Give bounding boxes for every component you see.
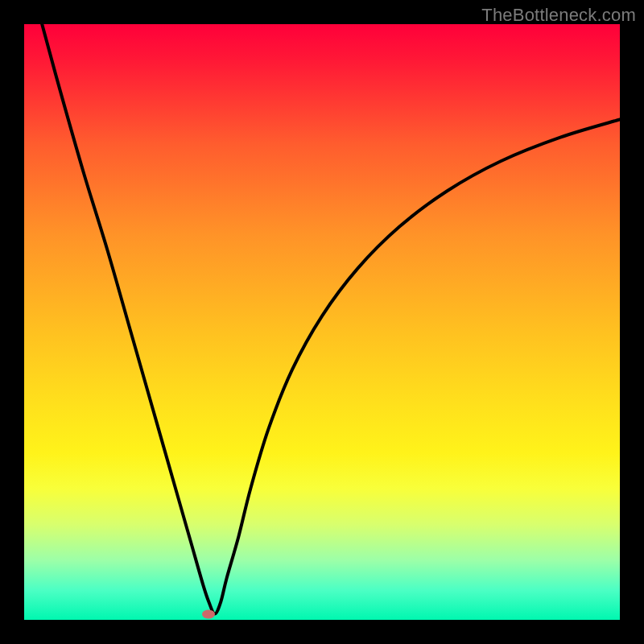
plot-area — [24, 24, 620, 620]
watermark-text: TheBottleneck.com — [481, 5, 636, 26]
bottleneck-curve — [24, 24, 620, 620]
optimum-marker — [202, 609, 215, 618]
chart-frame: TheBottleneck.com — [0, 0, 644, 644]
curve-path — [42, 24, 620, 614]
